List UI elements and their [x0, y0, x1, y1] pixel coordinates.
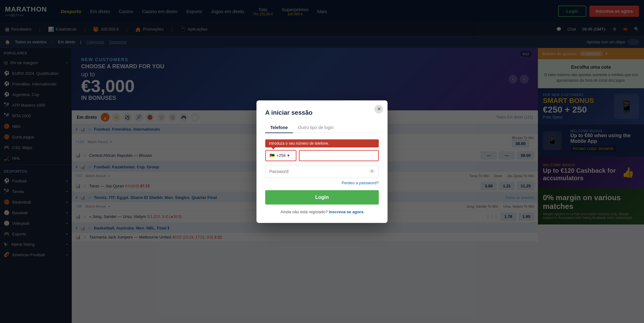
modal-title: A iniciar sessão: [265, 109, 379, 116]
not-registered-text: Ainda não está registado?: [281, 210, 328, 214]
login-modal: ✕ A iniciar sessão Telefone Outro tipo d…: [256, 100, 388, 223]
country-code-label: +258: [276, 153, 285, 158]
phone-number-input[interactable]: [299, 150, 379, 161]
modal-close-button[interactable]: ✕: [374, 105, 383, 113]
password-input[interactable]: [265, 165, 379, 178]
modal-tab-outro[interactable]: Outro tipo de login: [293, 123, 339, 133]
login-submit-button[interactable]: Login: [265, 190, 379, 205]
phone-tooltip: Introduza o seu número de telefone.: [265, 139, 379, 147]
flag-emoji: 🇲🇿: [270, 153, 275, 158]
country-code-select[interactable]: 🇲🇿 +258 ▾: [265, 150, 296, 161]
select-arrow-icon: ▾: [287, 153, 290, 158]
forgot-password-anchor[interactable]: Perdeu a password?: [342, 181, 379, 185]
phone-input-group: 🇲🇿 +258 ▾: [265, 150, 379, 161]
modal-tab-telefone[interactable]: Telefone: [265, 123, 293, 133]
register-now-link[interactable]: Inscreva-se agora: [329, 210, 363, 214]
password-input-group: 👁: [265, 165, 379, 178]
modal-overlay[interactable]: ✕ A iniciar sessão Telefone Outro tipo d…: [0, 0, 644, 323]
modal-tabs: Telefone Outro tipo de login: [265, 123, 379, 133]
forgot-password-link: Perdeu a password?: [265, 181, 379, 185]
password-eye-icon[interactable]: 👁: [369, 168, 375, 175]
register-row: Ainda não está registado? Inscreva-se ag…: [265, 210, 379, 214]
